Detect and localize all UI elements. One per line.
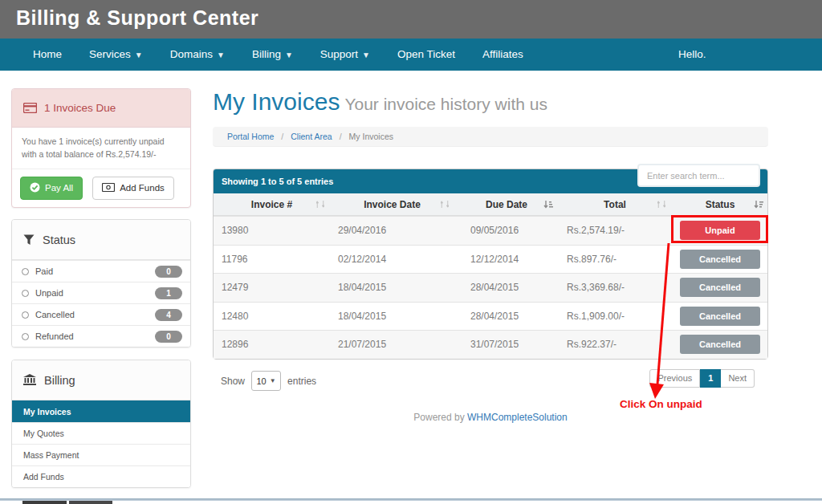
taskbar-edge	[0, 498, 822, 504]
caret-down-icon: ▼	[217, 51, 225, 59]
sort-icon	[441, 199, 449, 212]
search-input[interactable]	[637, 164, 760, 187]
column-header-invoice-number[interactable]: Invoice #	[214, 193, 330, 215]
invoice-date-cell: 21/07/2015	[330, 331, 454, 359]
invoice-number-cell: 12896	[214, 331, 330, 359]
breadcrumb: Portal Home / Client Area / My Invoices	[213, 127, 768, 147]
invoice-date-cell: 29/04/2016	[330, 217, 454, 245]
nav-item-support[interactable]: Support▼	[307, 39, 384, 71]
breadcrumb-separator: /	[281, 132, 283, 141]
invoices-due-header: 1 Invoices Due	[12, 89, 190, 128]
status-filter-panel: Status Paid 0 Unpaid 1 Cancelled 4 Refun…	[11, 219, 191, 348]
status-button-unpaid[interactable]: Unpaid	[680, 221, 760, 240]
invoices-due-actions: Pay All Add Funds	[12, 169, 190, 207]
status-filter-header: Status	[12, 220, 190, 260]
next-page-button[interactable]: Next	[721, 369, 755, 388]
status-filter-cancelled[interactable]: Cancelled 4	[12, 303, 190, 325]
bank-icon	[23, 374, 36, 386]
billing-menu-mass-payment[interactable]: Mass Payment	[12, 444, 190, 465]
total-cell: Rs.2,574.19/-	[559, 217, 671, 245]
breadcrumb-client-area[interactable]: Client Area	[291, 132, 332, 141]
table-row[interactable]: 11796 02/12/2014 12/12/2014 Rs.897.76/- …	[214, 245, 767, 274]
due-date-cell: 31/07/2015	[454, 331, 559, 359]
breadcrumb-portal-home[interactable]: Portal Home	[227, 132, 274, 141]
caret-down-icon: ▼	[285, 51, 293, 59]
column-header-due-date[interactable]: Due Date	[454, 193, 559, 215]
whmcompletesolution-link[interactable]: WHMCompleteSolution	[467, 412, 568, 423]
caret-down-icon: ▼	[362, 51, 370, 59]
add-funds-button[interactable]: Add Funds	[92, 177, 174, 200]
banknote-icon	[102, 183, 115, 193]
page-size-select[interactable]: 10 ▼	[251, 371, 281, 391]
count-badge: 0	[155, 266, 182, 278]
billing-menu-my-invoices[interactable]: My Invoices	[12, 400, 190, 422]
due-date-cell: 28/04/2015	[454, 274, 559, 302]
total-cell: Rs.897.76/-	[559, 246, 671, 274]
due-date-cell: 12/12/2014	[454, 246, 559, 274]
billing-support-center-page: Billing & Support Center Home Services▼ …	[0, 0, 822, 504]
billing-menu-my-quotes[interactable]: My Quotes	[12, 422, 190, 444]
billing-menu-title: Billing	[44, 374, 75, 387]
nav-item-affiliates[interactable]: Affiliates	[469, 39, 537, 71]
column-header-invoice-date[interactable]: Invoice Date	[330, 193, 454, 215]
breadcrumb-current: My Invoices	[349, 132, 393, 141]
breadcrumb-separator: /	[340, 132, 342, 141]
status-filter-unpaid[interactable]: Unpaid 1	[12, 282, 190, 303]
table-row[interactable]: 12896 21/07/2015 31/07/2015 Rs.922.37/- …	[214, 330, 767, 359]
status-button-cancelled[interactable]: Cancelled	[680, 335, 760, 354]
previous-page-button[interactable]: Previous	[649, 369, 700, 388]
app-title: Billing & Support Center	[16, 6, 258, 30]
table-footer: Show 10 ▼ entries Previous 1 Next	[213, 368, 768, 395]
table-row[interactable]: 13980 29/04/2016 09/05/2016 Rs.2,574.19/…	[214, 216, 767, 245]
column-header-total[interactable]: Total	[559, 193, 671, 215]
circle-icon	[22, 290, 29, 297]
invoice-number-cell: 11796	[214, 246, 330, 274]
page-1-button[interactable]: 1	[700, 369, 721, 388]
table-row[interactable]: 12480 18/04/2015 28/04/2015 Rs.1,909.00/…	[214, 302, 767, 331]
nav-item-home[interactable]: Home	[19, 39, 75, 71]
billing-menu-panel: Billing My Invoices My Quotes Mass Payme…	[11, 360, 191, 488]
invoice-date-cell: 02/12/2014	[330, 246, 454, 274]
circle-icon	[22, 311, 29, 319]
sort-amount-desc-icon	[754, 199, 763, 212]
due-date-cell: 28/04/2015	[454, 303, 559, 331]
entries-label: entries	[287, 376, 316, 387]
invoice-number-cell: 13980	[214, 217, 330, 245]
taskbar-strip	[0, 498, 822, 501]
count-badge: 1	[155, 287, 182, 299]
status-button-cancelled[interactable]: Cancelled	[680, 307, 760, 326]
total-cell: Rs.1,909.00/-	[559, 303, 671, 331]
count-badge: 4	[155, 309, 182, 321]
table-row[interactable]: 12479 18/04/2015 28/04/2015 Rs.3,369.68/…	[214, 273, 767, 302]
nav-item-billing[interactable]: Billing▼	[238, 39, 307, 71]
total-cell: Rs.922.37/-	[559, 331, 671, 359]
nav-item-services[interactable]: Services▼	[75, 39, 157, 71]
status-button-cancelled[interactable]: Cancelled	[680, 278, 760, 297]
app-header: Billing & Support Center	[0, 0, 822, 39]
powered-by-label: Powered by	[413, 412, 464, 423]
count-badge: 0	[155, 331, 182, 343]
status-button-cancelled[interactable]: Cancelled	[680, 250, 760, 269]
page-title: My InvoicesYour invoice history with us	[213, 88, 547, 116]
nav-item-open-ticket[interactable]: Open Ticket	[384, 39, 469, 71]
status-filter-paid[interactable]: Paid 0	[12, 260, 190, 282]
annotation-text: Click On unpaid	[620, 398, 702, 410]
invoices-due-title: 1 Invoices Due	[44, 102, 116, 114]
table-column-headers: Invoice # Invoice Date Due Date Total St…	[214, 193, 767, 216]
invoices-table-card: Showing 1 to 5 of 5 entries Invoice # In…	[213, 169, 768, 360]
page-size-control: Show 10 ▼ entries	[221, 371, 316, 391]
pagination: Previous 1 Next	[649, 369, 755, 388]
pay-all-button[interactable]: Pay All	[20, 177, 83, 200]
sort-icon	[657, 199, 665, 212]
column-header-status[interactable]: Status	[671, 193, 769, 215]
main-nav: Home Services▼ Domains▼ Billing▼ Support…	[0, 39, 822, 71]
nav-item-domains[interactable]: Domains▼	[157, 39, 238, 71]
user-greeting: Hello.	[678, 39, 706, 71]
taskbar-button-edge	[22, 501, 67, 504]
billing-menu-add-funds[interactable]: Add Funds	[12, 465, 190, 487]
invoices-due-text: You have 1 invoice(s) currently unpaid w…	[12, 128, 190, 169]
filter-icon	[23, 234, 35, 246]
invoice-number-cell: 12480	[214, 303, 330, 331]
status-filter-refunded[interactable]: Refunded 0	[12, 325, 190, 347]
billing-menu-header: Billing	[12, 360, 190, 400]
